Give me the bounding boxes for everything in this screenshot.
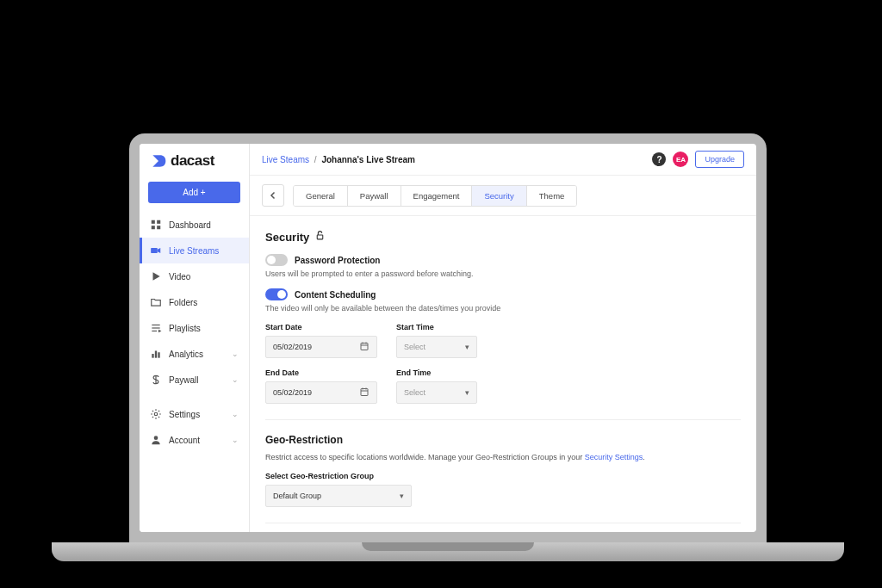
svg-rect-10 (158, 352, 159, 357)
sidebar-item-label: Live Streams (169, 246, 239, 256)
laptop-notch (362, 542, 534, 551)
content-area: Security Password Protection Users will … (250, 216, 756, 532)
svg-rect-9 (155, 351, 157, 358)
divider (265, 419, 741, 420)
svg-point-11 (154, 412, 158, 416)
back-button[interactable] (262, 184, 284, 207)
app-screen: dacast Add + Dashboard Live Streams Vide (140, 144, 756, 532)
svg-rect-8 (152, 354, 153, 358)
content-scheduling-toggle[interactable] (265, 288, 288, 300)
start-date-input[interactable]: 05/02/2019 (265, 336, 377, 358)
geo-group-select[interactable]: Default Group ▾ (265, 485, 412, 507)
chevron-down-icon: ⌄ (232, 436, 239, 444)
section-title-security: Security (265, 230, 741, 244)
upgrade-button[interactable]: Upgrade (695, 151, 744, 168)
sidebar-item-paywall[interactable]: Paywall ⌄ (140, 367, 249, 393)
security-settings-link[interactable]: Security Settings (585, 453, 643, 461)
breadcrumb-parent[interactable]: Live Steams (262, 155, 309, 164)
start-time-placeholder: Select (404, 343, 425, 351)
end-date-value: 05/02/2019 (273, 388, 312, 397)
sidebar-item-folders[interactable]: Folders (140, 289, 249, 315)
end-time-label: End Time (396, 368, 477, 377)
password-protection-toggle[interactable] (265, 254, 288, 266)
sidebar-item-video[interactable]: Video (140, 263, 249, 289)
svg-rect-2 (152, 226, 155, 229)
sidebar-item-label: Video (169, 272, 239, 282)
geo-restriction-title: Geo-Restriction (265, 434, 741, 446)
folder-icon (150, 296, 162, 308)
start-time-label: Start Time (396, 323, 477, 331)
start-time-select[interactable]: Select ▾ (396, 336, 477, 358)
svg-rect-14 (361, 344, 368, 350)
password-protection-row: Password Protection (265, 254, 741, 266)
sidebar-item-playlists[interactable]: Playlists (140, 315, 249, 341)
sidebar: dacast Add + Dashboard Live Streams Vide (140, 144, 250, 532)
sidebar-item-analytics[interactable]: Analytics ⌄ (140, 341, 249, 367)
tab-general[interactable]: General (294, 186, 348, 206)
tabs: General Paywall Engagement Security Them… (293, 185, 577, 207)
brand-logo[interactable]: dacast (140, 144, 249, 182)
brand-name: dacast (171, 152, 214, 170)
dashboard-icon (150, 219, 162, 231)
help-icon[interactable]: ? (652, 152, 666, 166)
sidebar-item-label: Analytics (169, 350, 225, 359)
sidebar-item-dashboard[interactable]: Dashboard (140, 212, 249, 238)
sidebar-item-label: Settings (169, 410, 225, 419)
play-icon (150, 270, 162, 282)
calendar-icon (359, 387, 370, 399)
breadcrumb-separator: / (314, 155, 317, 164)
person-icon (150, 434, 162, 446)
calendar-icon (359, 341, 370, 353)
content-scheduling-row: Content Scheduling (265, 288, 741, 300)
sidebar-item-live-streams[interactable]: Live Streams (140, 238, 249, 263)
geo-group-label: Select Geo-Restriction Group (265, 472, 741, 480)
end-time-placeholder: Select (404, 388, 425, 397)
tab-bar: General Paywall Engagement Security Them… (250, 176, 756, 216)
svg-point-12 (154, 436, 158, 440)
gear-icon (150, 408, 162, 420)
main-panel: Live Steams / Johanna's Live Stream ? EA… (250, 144, 756, 532)
brand-mark-icon (150, 152, 167, 170)
tab-security[interactable]: Security (472, 186, 526, 206)
sidebar-item-label: Folders (169, 298, 239, 307)
analytics-icon (150, 348, 162, 360)
sidebar-item-label: Account (169, 436, 225, 445)
geo-restriction-desc: Restrict access to specific locations wo… (265, 453, 741, 461)
breadcrumb: Live Steams / Johanna's Live Stream (262, 155, 645, 164)
section-title-text: Security (265, 231, 309, 244)
avatar[interactable]: EA (673, 152, 688, 167)
tab-engagement[interactable]: Engagement (401, 186, 473, 206)
add-button[interactable]: Add + (148, 182, 240, 203)
sidebar-item-label: Paywall (169, 375, 225, 385)
svg-rect-13 (318, 235, 324, 239)
end-date-input[interactable]: 05/02/2019 (265, 381, 377, 404)
topbar: Live Steams / Johanna's Live Stream ? EA… (250, 144, 756, 176)
content-scheduling-label: Content Scheduling (295, 290, 376, 300)
svg-rect-1 (157, 220, 160, 224)
svg-rect-18 (361, 389, 368, 396)
chevron-down-icon: ▾ (465, 343, 469, 351)
chevron-down-icon: ⌄ (232, 410, 239, 418)
playlist-icon (150, 322, 162, 334)
camera-icon (150, 244, 162, 257)
password-protection-help: Users will be prompted to enter a passwo… (265, 269, 741, 278)
tab-paywall[interactable]: Paywall (348, 186, 401, 206)
svg-rect-4 (151, 248, 158, 253)
tab-theme[interactable]: Theme (527, 186, 577, 206)
divider (265, 523, 741, 523)
end-time-select[interactable]: Select ▾ (396, 381, 477, 404)
svg-rect-0 (152, 220, 155, 224)
geo-group-value: Default Group (273, 492, 321, 500)
sidebar-item-settings[interactable]: Settings ⌄ (140, 401, 249, 427)
start-date-value: 05/02/2019 (273, 343, 312, 351)
chevron-down-icon: ▾ (400, 492, 404, 500)
svg-rect-3 (157, 226, 160, 229)
lock-icon (314, 230, 326, 244)
chevron-down-icon: ⌄ (232, 375, 239, 384)
sidebar-item-label: Playlists (169, 324, 239, 333)
laptop-frame: dacast Add + Dashboard Live Streams Vide (129, 133, 767, 542)
breadcrumb-current: Johanna's Live Stream (321, 155, 415, 164)
content-scheduling-help: The video will only be available between… (265, 304, 741, 313)
sidebar-item-account[interactable]: Account ⌄ (140, 427, 249, 453)
chevron-down-icon: ▾ (465, 388, 469, 397)
